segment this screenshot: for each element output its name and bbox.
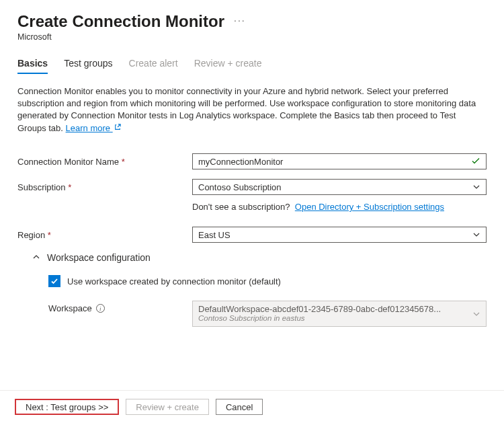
tab-test-groups[interactable]: Test groups bbox=[64, 54, 112, 74]
review-create-button: Review + create bbox=[126, 399, 209, 415]
select-region-value: East US bbox=[198, 230, 230, 240]
chevron-up-icon bbox=[32, 253, 40, 263]
chevron-down-icon bbox=[472, 183, 480, 191]
more-actions-icon[interactable]: ··· bbox=[234, 15, 246, 28]
checkbox-use-default-workspace-label: Use workspace created by connection moni… bbox=[67, 276, 281, 286]
page-subtitle: Microsoft bbox=[17, 32, 487, 42]
cancel-button[interactable]: Cancel bbox=[216, 399, 263, 415]
select-region[interactable]: East US bbox=[192, 227, 487, 243]
wizard-footer: Next : Test groups >> Review + create Ca… bbox=[0, 390, 504, 423]
select-subscription-value: Contoso Subscription bbox=[198, 182, 282, 192]
input-connection-monitor-name-wrap[interactable] bbox=[192, 153, 487, 169]
input-connection-monitor-name[interactable] bbox=[198, 157, 467, 167]
workspace-value-secondary: Contoso Subscription in eastus bbox=[198, 314, 480, 322]
label-region: Region * bbox=[17, 230, 192, 240]
select-workspace-disabled: DefaultWorkspace-abcdef01-2345-6789-0abc… bbox=[192, 301, 487, 327]
row-region: Region * East US bbox=[17, 227, 487, 243]
row-use-default-workspace: Use workspace created by connection moni… bbox=[48, 275, 487, 287]
tab-bar: Basics Test groups Create alert Review +… bbox=[17, 54, 487, 75]
row-connection-monitor-name: Connection Monitor Name * bbox=[17, 153, 487, 169]
intro-description: Connection Monitor enables you to monito… bbox=[17, 85, 487, 134]
row-subscription: Subscription * Contoso Subscription bbox=[17, 179, 487, 195]
valid-check-icon bbox=[471, 156, 480, 167]
label-workspace: Workspace i bbox=[48, 301, 192, 313]
open-directory-subscription-link[interactable]: Open Directory + Subscription settings bbox=[295, 202, 444, 212]
learn-more-link[interactable]: Learn more bbox=[66, 123, 121, 133]
row-workspace: Workspace i DefaultWorkspace-abcdef01-23… bbox=[48, 301, 487, 327]
page-header: Create Connection Monitor ··· Microsoft bbox=[17, 12, 487, 42]
subscription-helper: Don't see a subscription? Open Directory… bbox=[192, 202, 487, 212]
checkbox-use-default-workspace[interactable] bbox=[48, 275, 60, 287]
workspace-config-title: Workspace configuration bbox=[47, 252, 151, 263]
workspace-config-toggle[interactable]: Workspace configuration bbox=[32, 252, 487, 263]
tab-review-create: Review + create bbox=[194, 54, 262, 74]
chevron-down-icon bbox=[472, 231, 480, 239]
workspace-value-primary: DefaultWorkspace-abcdef01-2345-6789-0abc… bbox=[198, 304, 480, 314]
next-button[interactable]: Next : Test groups >> bbox=[15, 399, 119, 415]
info-icon[interactable]: i bbox=[96, 304, 105, 313]
label-connection-monitor-name: Connection Monitor Name * bbox=[17, 157, 192, 167]
tab-basics[interactable]: Basics bbox=[17, 54, 48, 74]
page-title: Create Connection Monitor bbox=[17, 12, 224, 31]
label-subscription: Subscription * bbox=[17, 182, 192, 192]
tab-create-alert: Create alert bbox=[129, 54, 178, 74]
external-link-icon bbox=[114, 122, 121, 128]
chevron-down-icon bbox=[472, 310, 480, 318]
select-subscription[interactable]: Contoso Subscription bbox=[192, 179, 487, 195]
